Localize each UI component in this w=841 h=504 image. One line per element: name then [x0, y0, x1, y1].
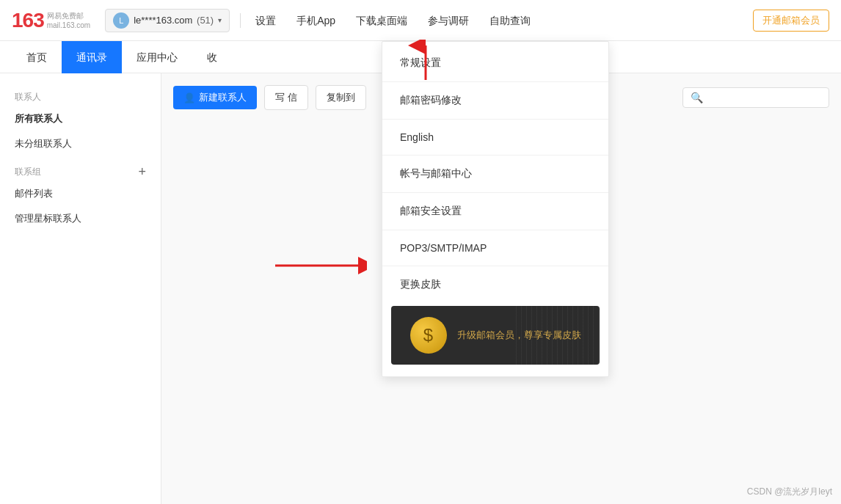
dropdown-item-english[interactable]: English [382, 123, 608, 152]
dropdown-item-skin[interactable]: 更换皮肤 [382, 269, 608, 300]
nav-desktop[interactable]: 下载桌面端 [346, 0, 418, 41]
arrow-right [272, 251, 367, 283]
vip-coin-icon: $ [410, 317, 447, 354]
nav-mobile-app[interactable]: 手机App [286, 0, 346, 41]
user-info[interactable]: L le****163.com (51) ▾ [105, 9, 230, 32]
dropdown-overlay: 常规设置 邮箱密码修改 English 帐号与邮箱中心 邮箱安全设置 POP3/… [0, 41, 841, 504]
vip-banner[interactable]: $ 升级邮箱会员，尊享专属皮肤 [391, 306, 600, 365]
nav-divider [240, 13, 241, 28]
separator-5 [382, 230, 608, 230]
chevron-down-icon: ▾ [218, 16, 222, 24]
avatar: L [113, 12, 129, 29]
top-nav: 163 网易免费邮 mail.163.com L le****163.com (… [0, 0, 841, 41]
nav-help[interactable]: 自助查询 [479, 0, 541, 41]
dropdown-item-pop3[interactable]: POP3/SMTP/IMAP [382, 233, 608, 263]
top-nav-links: 设置 手机App 下载桌面端 参与调研 自助查询 [245, 0, 753, 41]
user-email: le****163.com (51) [134, 15, 215, 26]
nav-survey[interactable]: 参与调研 [418, 0, 479, 41]
logo-area: 163 网易免费邮 mail.163.com [12, 10, 90, 31]
separator-2 [382, 119, 608, 120]
vip-button[interactable]: 开通邮箱会员 [753, 10, 829, 32]
dropdown-item-security[interactable]: 邮箱安全设置 [382, 196, 608, 227]
dropdown-menu: 常规设置 邮箱密码修改 English 帐号与邮箱中心 邮箱安全设置 POP3/… [382, 41, 609, 377]
logo-sub: 网易免费邮 mail.163.com [47, 11, 90, 30]
dropdown-item-password[interactable]: 邮箱密码修改 [382, 85, 608, 116]
logo-163: 163 [12, 10, 44, 31]
banner-lines [511, 306, 600, 365]
dropdown-item-account[interactable]: 帐号与邮箱中心 [382, 158, 608, 189]
nav-settings[interactable]: 设置 [245, 0, 286, 41]
separator-3 [382, 155, 608, 156]
arrow-up [404, 40, 448, 87]
separator-6 [382, 266, 608, 266]
separator-4 [382, 192, 608, 193]
